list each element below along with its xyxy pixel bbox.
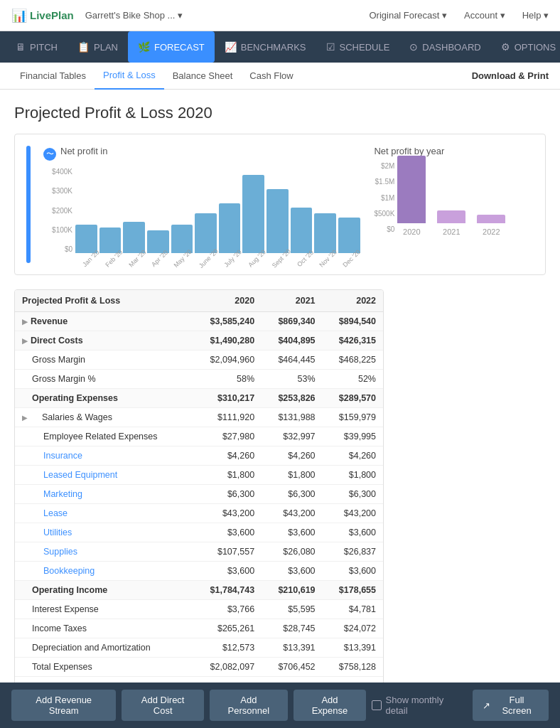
- row-val-4-1: $253,826: [262, 389, 322, 408]
- row-val-3-1: 53%: [262, 370, 322, 389]
- row-val-2-0: $2,094,960: [192, 350, 262, 370]
- toggle-icon[interactable]: ▶: [22, 318, 28, 326]
- nav-dashboard[interactable]: ⊙ DASHBOARD: [399, 31, 490, 63]
- row-label-13: Bookkeeping: [15, 562, 192, 581]
- year-bar-wrap-2: 2022: [477, 215, 505, 236]
- company-name[interactable]: Garrett's Bike Shop ... ▾: [85, 10, 183, 21]
- row-val-6-2: $39,995: [323, 427, 383, 446]
- row-val-14-0: $1,784,743: [192, 581, 262, 600]
- row-val-8-2: $1,800: [323, 466, 383, 485]
- year-label-1: 2021: [443, 228, 460, 236]
- nav-plan[interactable]: 📋 PLAN: [68, 31, 128, 63]
- row-val-11-2: $3,600: [323, 523, 383, 542]
- row-val-9-1: $6,300: [262, 485, 322, 504]
- nav-forecast[interactable]: 🌿 FORECAST: [128, 31, 215, 63]
- x-labels: Jan '20Feb '20Mar '20Apr '20May '20June …: [43, 256, 360, 263]
- row-val-1-0: $1,490,280: [192, 331, 262, 350]
- table-row: Interest Expense$3,766$5,595$4,781: [15, 600, 383, 619]
- monthly-bar-6: [219, 203, 241, 253]
- row-val-0-1: $869,340: [262, 312, 322, 331]
- download-print[interactable]: Download & Print: [472, 70, 549, 81]
- pitch-icon: 🖥: [16, 41, 26, 53]
- account-menu[interactable]: Account ▾: [464, 10, 505, 21]
- year-bar-2: [477, 215, 505, 223]
- plan-icon: 📋: [77, 41, 90, 53]
- row-val-7-2: $4,260: [323, 446, 383, 466]
- monthly-bar-0: [75, 225, 97, 253]
- row-label-5: ▶Salaries & Wages: [15, 408, 192, 427]
- table-row: Lease$43,200$43,200$43,200: [15, 504, 383, 523]
- table-row: ▶Revenue$3,585,240$869,340$894,540: [15, 312, 383, 331]
- row-label-7: Insurance: [15, 446, 192, 466]
- row-val-12-2: $26,837: [323, 542, 383, 562]
- row-label-8: Leased Equipment: [15, 466, 192, 485]
- table-row: Operating Income$1,784,743$210,619$178,6…: [15, 581, 383, 600]
- row-val-6-0: $27,980: [192, 427, 262, 446]
- monthly-bar-10: [314, 213, 336, 253]
- table-row: Leased Equipment$1,800$1,800$1,800: [15, 466, 383, 485]
- nav-pitch[interactable]: 🖥 PITCH: [6, 31, 68, 63]
- row-val-10-1: $43,200: [262, 504, 322, 523]
- table-row: Operating Expenses$310,217$253,826$289,5…: [15, 389, 383, 408]
- y-axis: $400K $300K $200K $100K $0: [43, 168, 75, 253]
- monthly-bar-9: [291, 208, 313, 253]
- benchmarks-icon: 📈: [225, 41, 237, 53]
- row-val-11-0: $3,600: [192, 523, 262, 542]
- row-val-18-0: $2,082,097: [192, 658, 262, 677]
- options-icon: ⚙: [501, 41, 510, 53]
- subnav-financial-tables[interactable]: Financial Tables: [11, 63, 95, 90]
- row-label-16: Income Taxes: [15, 619, 192, 638]
- chart-trend-icon: 〜: [43, 148, 56, 161]
- add-direct-cost-button[interactable]: Add Direct Cost: [122, 690, 203, 721]
- nav-options[interactable]: ⚙ OPTIONS: [491, 31, 560, 63]
- schedule-icon: ☑: [326, 41, 335, 53]
- row-val-16-0: $265,261: [192, 619, 262, 638]
- nav-schedule[interactable]: ☑ SCHEDULE: [316, 31, 400, 63]
- table-row: Insurance$4,260$4,260$4,260: [15, 446, 383, 466]
- toggle-icon[interactable]: ▶: [22, 414, 28, 422]
- subnav-balance-sheet[interactable]: Balance Sheet: [164, 63, 242, 90]
- forecast-icon: 🌿: [138, 41, 150, 53]
- add-revenue-stream-button[interactable]: Add Revenue Stream: [11, 690, 116, 721]
- row-label-18: Total Expenses: [15, 658, 192, 677]
- row-label-6: Employee Related Expenses: [15, 427, 192, 446]
- monthly-bar-5: [195, 213, 217, 253]
- row-label-12: Supplies: [15, 542, 192, 562]
- subnav-cash-flow[interactable]: Cash Flow: [241, 63, 301, 90]
- table-row: Gross Margin$2,094,960$464,445$468,225: [15, 350, 383, 370]
- toggle-icon[interactable]: ▶: [22, 337, 28, 345]
- row-val-11-1: $3,600: [262, 523, 322, 542]
- bottom-bar: Add Revenue Stream Add Direct Cost Add P…: [0, 682, 560, 728]
- fullscreen-button[interactable]: ↗ Full Screen: [473, 690, 549, 721]
- col-2022: 2022: [323, 290, 383, 312]
- monthly-checkbox[interactable]: [372, 700, 381, 710]
- table-row: Bookkeeping$3,600$3,600$3,600: [15, 562, 383, 581]
- row-val-15-2: $4,781: [323, 600, 383, 619]
- monthly-bar-8: [266, 189, 289, 253]
- nav-benchmarks[interactable]: 📈 BENCHMARKS: [215, 31, 316, 63]
- forecast-selector[interactable]: Original Forecast ▾: [369, 10, 447, 21]
- page-title: Projected Profit & Loss 2020: [14, 104, 546, 122]
- col-2020: 2020: [192, 290, 262, 312]
- row-val-10-0: $43,200: [192, 504, 262, 523]
- add-personnel-button[interactable]: Add Personnel: [210, 690, 288, 721]
- row-val-14-2: $178,655: [323, 581, 383, 600]
- subnav-profit-loss[interactable]: Profit & Loss: [95, 63, 164, 90]
- row-label-2: Gross Margin: [15, 350, 192, 370]
- blue-accent: [26, 146, 31, 263]
- logo-icon: 📊: [11, 8, 27, 23]
- help-menu[interactable]: Help ▾: [522, 10, 549, 21]
- year-bar-wrap-1: 2021: [437, 210, 465, 236]
- row-label-10: Lease: [15, 504, 192, 523]
- row-label-3: Gross Margin %: [15, 370, 192, 389]
- top-actions: Original Forecast ▾ Account ▾ Help ▾: [369, 10, 549, 21]
- table-row: Employee Related Expenses$27,980$32,997$…: [15, 427, 383, 446]
- row-val-15-0: $3,766: [192, 600, 262, 619]
- year-label-0: 2020: [403, 228, 420, 236]
- dashboard-icon: ⊙: [409, 41, 418, 53]
- row-val-5-0: $111,920: [192, 408, 262, 427]
- table-row: ▶Direct Costs$1,490,280$404,895$426,315: [15, 331, 383, 350]
- chart-right: Net profit by year $2M $1.5M $1M $500K $…: [374, 146, 516, 263]
- add-expense-button[interactable]: Add Expense: [294, 690, 366, 721]
- row-val-8-0: $1,800: [192, 466, 262, 485]
